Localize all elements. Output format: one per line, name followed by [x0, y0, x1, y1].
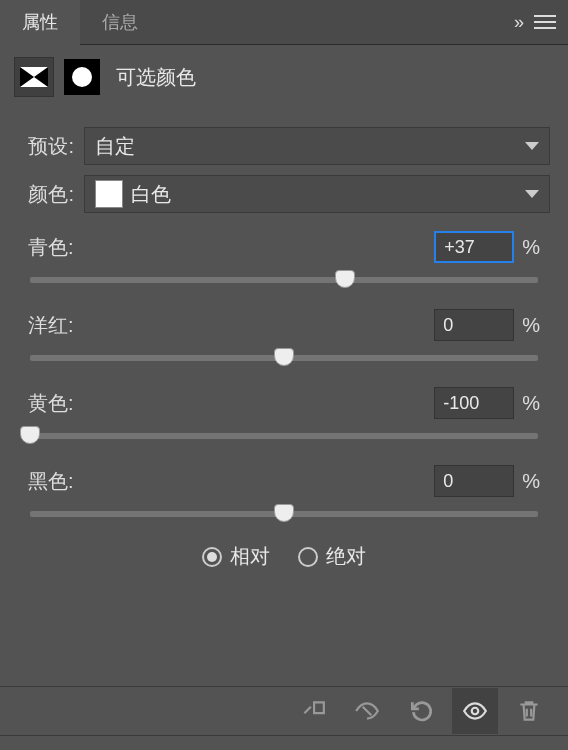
- colors-label: 颜色:: [18, 181, 74, 208]
- tab-properties[interactable]: 属性: [0, 0, 80, 45]
- radio-icon: [298, 547, 318, 567]
- color-swatch: [95, 180, 123, 208]
- pct-label: %: [522, 314, 540, 337]
- cyan-slider[interactable]: [30, 277, 538, 283]
- absolute-radio[interactable]: 绝对: [298, 543, 366, 570]
- panel-menu-icon[interactable]: [534, 15, 556, 29]
- preset-select[interactable]: 自定: [84, 127, 550, 165]
- delete-button[interactable]: [506, 688, 552, 734]
- pct-label: %: [522, 470, 540, 493]
- colors-value: 白色: [131, 181, 171, 208]
- magenta-input[interactable]: [434, 309, 514, 341]
- black-slider[interactable]: [30, 511, 538, 517]
- panel-header: 可选颜色: [0, 45, 568, 109]
- colors-select[interactable]: 白色: [84, 175, 550, 213]
- tab-info[interactable]: 信息: [80, 0, 160, 45]
- yellow-slider[interactable]: [30, 433, 538, 439]
- chevron-down-icon: [525, 142, 539, 150]
- method-radio-group: 相对 绝对: [18, 543, 550, 570]
- mask-icon[interactable]: [64, 59, 100, 95]
- black-input[interactable]: [434, 465, 514, 497]
- pct-label: %: [522, 392, 540, 415]
- preset-label: 预设:: [18, 133, 74, 160]
- adjustment-icon[interactable]: [14, 57, 54, 97]
- yellow-input[interactable]: [434, 387, 514, 419]
- relative-radio[interactable]: 相对: [202, 543, 270, 570]
- svg-point-0: [472, 708, 479, 715]
- radio-icon: [202, 547, 222, 567]
- slider-knob[interactable]: [335, 270, 355, 288]
- slider-knob[interactable]: [20, 426, 40, 444]
- tab-bar: 属性 信息 »: [0, 0, 568, 45]
- panel-title: 可选颜色: [116, 64, 196, 91]
- visibility-button[interactable]: [452, 688, 498, 734]
- slider-knob[interactable]: [274, 504, 294, 522]
- absolute-label: 绝对: [326, 543, 366, 570]
- slider-knob[interactable]: [274, 348, 294, 366]
- magenta-label: 洋红:: [28, 312, 74, 339]
- yellow-label: 黄色:: [28, 390, 74, 417]
- preset-value: 自定: [95, 133, 135, 160]
- chevron-down-icon: [525, 190, 539, 198]
- reset-button[interactable]: [398, 688, 444, 734]
- pct-label: %: [522, 236, 540, 259]
- cyan-input[interactable]: [434, 231, 514, 263]
- cyan-label: 青色:: [28, 234, 74, 261]
- magenta-slider[interactable]: [30, 355, 538, 361]
- collapse-icon[interactable]: »: [514, 12, 518, 33]
- clip-button[interactable]: [290, 688, 336, 734]
- relative-label: 相对: [230, 543, 270, 570]
- view-previous-button[interactable]: [344, 688, 390, 734]
- panel-footer: [0, 686, 568, 736]
- black-label: 黑色:: [28, 468, 74, 495]
